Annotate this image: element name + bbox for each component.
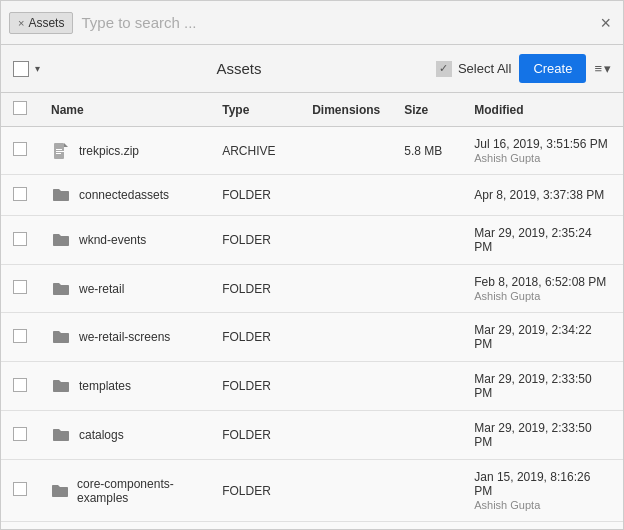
asset-modified: Jul 16, 2019, 3:51:56 PMAshish Gupta: [462, 127, 623, 175]
tab-assets[interactable]: × Assets: [9, 12, 73, 34]
folder-icon: [51, 376, 71, 396]
asset-type: FOLDER: [210, 265, 300, 313]
asset-dimensions: [300, 411, 392, 460]
tab-label: Assets: [28, 16, 64, 30]
modified-user: Ashish Gupta: [474, 290, 611, 302]
toolbar-checkbox[interactable]: [13, 61, 29, 77]
asset-size: [392, 216, 462, 265]
row-checkbox[interactable]: [13, 280, 27, 294]
table-row[interactable]: projectsFOLDERMar 29, 2019, 2:32:32 PM: [1, 522, 623, 530]
modified-date: Apr 8, 2019, 3:37:38 PM: [474, 188, 611, 202]
asset-name: connectedassets: [79, 188, 169, 202]
row-checkbox[interactable]: [13, 427, 27, 441]
table-row[interactable]: trekpics.zipARCHIVE5.8 MBJul 16, 2019, 3…: [1, 127, 623, 175]
toolbar: ▾ Assets ✓ Select All Create ≡ ▾: [1, 45, 623, 93]
table-row[interactable]: templatesFOLDERMar 29, 2019, 2:33:50 PM: [1, 362, 623, 411]
toolbar-right: ✓ Select All Create ≡ ▾: [436, 54, 611, 83]
asset-type: FOLDER: [210, 313, 300, 362]
asset-dimensions: [300, 362, 392, 411]
asset-size: [392, 460, 462, 522]
name-cell: catalogs: [51, 425, 198, 445]
asset-size: 5.8 MB: [392, 127, 462, 175]
search-input[interactable]: [81, 10, 588, 35]
asset-dimensions: [300, 127, 392, 175]
modified-date: Mar 29, 2019, 2:33:50 PM: [474, 421, 611, 449]
table-body: trekpics.zipARCHIVE5.8 MBJul 16, 2019, 3…: [1, 127, 623, 530]
asset-modified: Apr 8, 2019, 3:37:38 PM: [462, 175, 623, 216]
col-header-type[interactable]: Type: [210, 93, 300, 127]
folder-icon: [51, 327, 71, 347]
table-row[interactable]: we-retail-screensFOLDERMar 29, 2019, 2:3…: [1, 313, 623, 362]
folder-icon: [51, 425, 71, 445]
select-all-area[interactable]: ✓ Select All: [436, 61, 511, 77]
modified-user: Ashish Gupta: [474, 152, 611, 164]
modified-date: Feb 8, 2018, 6:52:08 PM: [474, 275, 611, 289]
assets-table-container: Name Type Dimensions Size Modified trekp…: [1, 93, 623, 529]
close-icon: ×: [600, 13, 611, 33]
asset-size: [392, 265, 462, 313]
search-bar: × Assets ×: [1, 1, 623, 45]
asset-picker-dialog: × Assets × ▾ Assets ✓ Select All Create …: [0, 0, 624, 530]
folder-icon: [51, 185, 71, 205]
table-row[interactable]: wknd-eventsFOLDERMar 29, 2019, 2:35:24 P…: [1, 216, 623, 265]
table-row[interactable]: we-retailFOLDERFeb 8, 2018, 6:52:08 PMAs…: [1, 265, 623, 313]
table-row[interactable]: connectedassetsFOLDERApr 8, 2019, 3:37:3…: [1, 175, 623, 216]
modified-date: Mar 29, 2019, 2:35:24 PM: [474, 226, 611, 254]
select-all-checkbox[interactable]: ✓: [436, 61, 452, 77]
asset-modified: Feb 8, 2018, 6:52:08 PMAshish Gupta: [462, 265, 623, 313]
row-checkbox[interactable]: [13, 329, 27, 343]
folder-icon: [51, 279, 71, 299]
name-cell: templates: [51, 376, 198, 396]
asset-modified: Jan 15, 2019, 8:16:26 PMAshish Gupta: [462, 460, 623, 522]
asset-type: ARCHIVE: [210, 127, 300, 175]
asset-dimensions: [300, 460, 392, 522]
list-view-button[interactable]: ≡ ▾: [594, 61, 611, 76]
table-row[interactable]: catalogsFOLDERMar 29, 2019, 2:33:50 PM: [1, 411, 623, 460]
asset-type: FOLDER: [210, 460, 300, 522]
name-cell: core-components-examples: [51, 477, 198, 505]
asset-name: trekpics.zip: [79, 144, 139, 158]
asset-modified: Mar 29, 2019, 2:33:50 PM: [462, 411, 623, 460]
row-checkbox[interactable]: [13, 378, 27, 392]
folder-icon: [51, 230, 71, 250]
asset-name: catalogs: [79, 428, 124, 442]
modified-user: Ashish Gupta: [474, 499, 611, 511]
asset-type: FOLDER: [210, 411, 300, 460]
svg-rect-1: [56, 149, 62, 150]
header-checkbox[interactable]: [13, 101, 27, 115]
name-cell: wknd-events: [51, 230, 198, 250]
asset-name: we-retail: [79, 282, 124, 296]
svg-rect-3: [56, 153, 61, 154]
asset-modified: Mar 29, 2019, 2:32:32 PM: [462, 522, 623, 530]
asset-name: wknd-events: [79, 233, 146, 247]
asset-size: [392, 362, 462, 411]
asset-size: [392, 313, 462, 362]
col-header-name[interactable]: Name: [39, 93, 210, 127]
toolbar-left: ▾: [13, 61, 42, 77]
asset-modified: Mar 29, 2019, 2:34:22 PM: [462, 313, 623, 362]
asset-dimensions: [300, 175, 392, 216]
row-checkbox[interactable]: [13, 187, 27, 201]
dialog-close-button[interactable]: ×: [596, 10, 615, 36]
row-checkbox[interactable]: [13, 232, 27, 246]
asset-modified: Mar 29, 2019, 2:33:50 PM: [462, 362, 623, 411]
asset-size: [392, 522, 462, 530]
asset-size: [392, 411, 462, 460]
col-header-modified[interactable]: Modified: [462, 93, 623, 127]
row-checkbox[interactable]: [13, 142, 27, 156]
name-cell: we-retail-screens: [51, 327, 198, 347]
col-header-size[interactable]: Size: [392, 93, 462, 127]
asset-name: core-components-examples: [77, 477, 198, 505]
create-button[interactable]: Create: [519, 54, 586, 83]
tab-close-icon[interactable]: ×: [18, 17, 24, 29]
asset-type: FOLDER: [210, 522, 300, 530]
toolbar-chevron-button[interactable]: ▾: [33, 61, 42, 76]
col-header-dimensions[interactable]: Dimensions: [300, 93, 392, 127]
asset-dimensions: [300, 216, 392, 265]
list-view-icon: ≡: [594, 61, 602, 76]
row-checkbox[interactable]: [13, 482, 27, 496]
asset-dimensions: [300, 522, 392, 530]
asset-modified: Mar 29, 2019, 2:35:24 PM: [462, 216, 623, 265]
table-header-row: Name Type Dimensions Size Modified: [1, 93, 623, 127]
table-row[interactable]: core-components-examplesFOLDERJan 15, 20…: [1, 460, 623, 522]
